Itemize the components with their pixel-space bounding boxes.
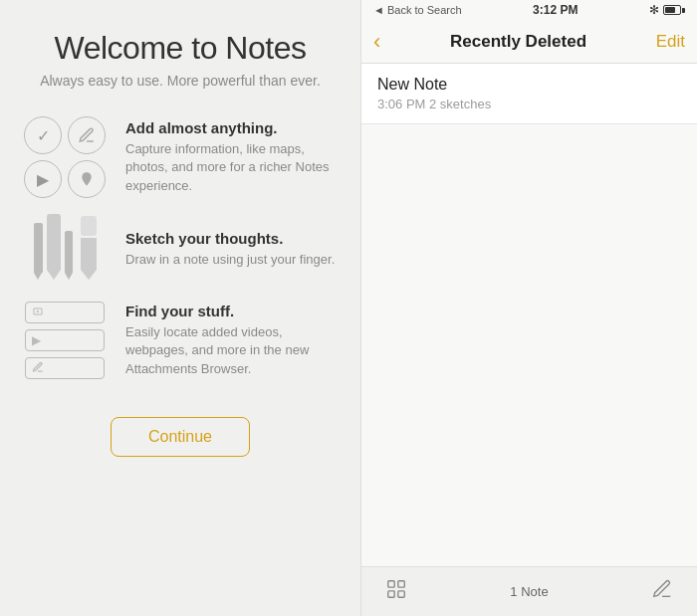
checkmark-icon: ✓ <box>24 116 62 154</box>
continue-button[interactable]: Continue <box>111 417 250 457</box>
status-icons: ✻ <box>649 3 685 17</box>
attach-row-pencil <box>25 357 105 379</box>
nav-title: Recently Deleted <box>450 32 586 52</box>
note-item[interactable]: New Note 3:06 PM 2 sketches <box>361 64 697 124</box>
attachments-icon: ▶ <box>25 302 105 379</box>
video-attach-icon <box>32 306 44 320</box>
bottom-bar: 1 Note <box>361 566 697 616</box>
notes-list: New Note 3:06 PM 2 sketches <box>361 64 697 566</box>
note-title: New Note <box>377 76 681 94</box>
welcome-title: Welcome to Notes <box>55 30 307 67</box>
left-panel: Welcome to Notes Always easy to use. Mor… <box>0 0 360 616</box>
feature-desc-find: Easily locate added videos, webpages, an… <box>125 323 341 378</box>
play-attach-icon: ▶ <box>32 333 41 347</box>
pin-icon <box>68 160 106 198</box>
attach-row-play: ▶ <box>25 329 105 351</box>
right-panel: ◄ Back to Search 3:12 PM ✻ ‹ Recently De… <box>360 0 697 616</box>
pen-icon <box>68 116 106 154</box>
status-time: 3:12 PM <box>533 3 578 17</box>
svg-rect-1 <box>388 581 394 587</box>
edit-button[interactable]: Edit <box>656 32 685 52</box>
feature-text-sketch: Sketch your thoughts. Draw in a note usi… <box>125 230 335 269</box>
feature-row-sketch: Sketch your thoughts. Draw in a note usi… <box>20 220 341 280</box>
back-chevron[interactable]: ‹ <box>373 31 380 53</box>
feature-icon-find: ▶ <box>20 302 110 379</box>
feature-desc-add: Capture information, like maps, photos, … <box>125 140 341 195</box>
attach-row-video <box>25 302 105 323</box>
feature-text-find: Find your stuff. Easily locate added vid… <box>125 303 341 378</box>
svg-rect-4 <box>398 591 404 597</box>
feature-heading-find: Find your stuff. <box>125 303 341 319</box>
note-meta: 3:06 PM 2 sketches <box>377 97 681 111</box>
note-count: 1 Note <box>510 584 548 599</box>
battery-icon <box>663 5 685 15</box>
icon-grid: ✓ ▶ <box>24 116 106 198</box>
bluetooth-icon: ✻ <box>649 3 659 17</box>
sketch-pencils-icon <box>34 220 97 280</box>
features-list: ✓ ▶ Add almost anything. <box>20 116 341 379</box>
nav-bar: ‹ Recently Deleted Edit <box>361 20 697 64</box>
feature-heading-add: Add almost anything. <box>125 119 341 136</box>
play-icon: ▶ <box>24 160 62 198</box>
feature-text-add: Add almost anything. Capture information… <box>125 119 341 195</box>
feature-heading-sketch: Sketch your thoughts. <box>125 230 335 247</box>
svg-rect-2 <box>398 581 404 587</box>
feature-icon-sketch <box>20 220 110 280</box>
compose-icon[interactable] <box>651 578 673 605</box>
back-to-search[interactable]: ◄ Back to Search <box>373 4 462 16</box>
feature-desc-sketch: Draw in a note using just your finger. <box>125 251 335 269</box>
welcome-subtitle: Always easy to use. More powerful than e… <box>40 73 321 89</box>
pencil-attach-icon <box>32 361 44 376</box>
feature-row-find: ▶ Find your stuff. Easily locate added v… <box>20 302 341 379</box>
feature-icon-add: ✓ ▶ <box>20 116 110 198</box>
grid-view-icon[interactable] <box>385 578 407 605</box>
status-bar: ◄ Back to Search 3:12 PM ✻ <box>361 0 697 20</box>
feature-row-add: ✓ ▶ Add almost anything. <box>20 116 341 198</box>
svg-rect-3 <box>388 591 394 597</box>
